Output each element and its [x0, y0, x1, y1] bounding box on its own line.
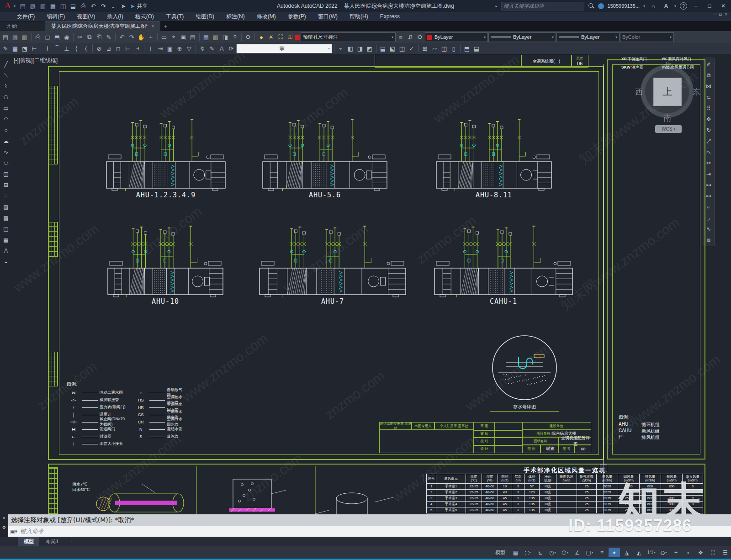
- menu-item-11[interactable]: 帮助(H): [344, 12, 374, 21]
- isodraft-icon[interactable]: ⬡▾: [559, 548, 571, 557]
- crosshair-icon[interactable]: ＋: [670, 548, 682, 557]
- toolbar2-icon-2[interactable]: ⬔: [20, 44, 29, 53]
- viewport-control-label[interactable]: [-][俯视][二维线框]: [14, 57, 58, 64]
- menu-item-5[interactable]: 工具(T): [160, 12, 190, 21]
- search-expand-icon[interactable]: ▸: [496, 4, 498, 8]
- draw-tool-icon-9[interactable]: ⬭: [1, 158, 11, 168]
- toolbar2-right-icon-12[interactable]: ⬒: [462, 44, 471, 53]
- toolbar2-icon-3[interactable]: ⊢: [30, 44, 39, 53]
- toolbar1-icon-15[interactable]: ▭: [159, 32, 169, 42]
- command-input[interactable]: 键入命令: [20, 527, 44, 535]
- draw-tool-icon-7[interactable]: ☁: [1, 136, 11, 146]
- polar-icon[interactable]: ◴▾: [547, 548, 558, 557]
- toolbar1-icon-4[interactable]: ◻: [43, 32, 52, 42]
- ortho-icon[interactable]: ⊾: [535, 548, 546, 557]
- toolbar1-icon-18[interactable]: ▤: [188, 32, 197, 42]
- toolbar2-icon-0[interactable]: ✎: [1, 44, 10, 53]
- toolbar1-icon-14[interactable]: ±: [146, 32, 155, 42]
- layer-tool-icon-0[interactable]: ≡: [396, 32, 405, 42]
- lineweight-dropdown[interactable]: ByLayer▾: [556, 32, 620, 42]
- draw-tool-icon-14[interactable]: ▩: [1, 213, 11, 222]
- qat-dropdown-icon[interactable]: ⌄: [109, 1, 118, 11]
- doc-control-1[interactable]: ⧉: [719, 12, 722, 17]
- toolbar1-icon-13[interactable]: ✋: [137, 32, 146, 42]
- logo-dropdown-icon[interactable]: ▾: [14, 4, 16, 8]
- toolbar2-icon-9[interactable]: ⊘: [95, 44, 104, 53]
- menu-item-3[interactable]: 插入(I): [101, 12, 129, 21]
- wcs-dropdown[interactable]: WCS ▾: [655, 125, 682, 133]
- toolbar1-icon-20[interactable]: ▥: [211, 32, 220, 42]
- toolbar2-icon-16[interactable]: ▣: [165, 44, 175, 53]
- search-input[interactable]: 键入关键字或短语: [501, 2, 584, 11]
- command-close-icon[interactable]: ×: [3, 516, 5, 521]
- layer-tool-icon-1[interactable]: ⇵: [406, 32, 415, 42]
- anno-auto-icon[interactable]: ◭: [633, 548, 645, 557]
- draw-tool-icon-1[interactable]: ⟍: [1, 70, 11, 80]
- user-dropdown-icon[interactable]: ▾: [643, 4, 645, 8]
- close-button[interactable]: ✕: [718, 2, 728, 10]
- menu-item-7[interactable]: 标注(N): [220, 12, 251, 21]
- share-label[interactable]: 共享: [137, 3, 148, 10]
- toolbar1-icon-7[interactable]: ✂: [75, 32, 85, 42]
- dyn-input-icon[interactable]: ⌖: [609, 548, 620, 557]
- draw-tool-icon-18[interactable]: ◒: [1, 257, 11, 266]
- qat-new-icon[interactable]: ▤: [18, 1, 27, 11]
- drawing-canvas[interactable]: znzmo.comwww.znzmo.comznzmo.comwww.znzmo…: [0, 54, 731, 514]
- draw-tool-icon-16[interactable]: ▦: [1, 235, 11, 244]
- draw-tool-icon-6[interactable]: ○: [1, 125, 11, 135]
- layer-state-icon-3[interactable]: ⚿: [286, 32, 295, 42]
- menu-item-0[interactable]: 文件(F): [11, 12, 41, 21]
- toolbar2-icon-13[interactable]: ⫞: [133, 44, 142, 53]
- snap-icon[interactable]: ⸬▾: [522, 548, 534, 557]
- maximize-button[interactable]: □: [705, 2, 715, 10]
- tab-document[interactable]: 某人民医院综合病房大楼洁净空调施工图* ×: [45, 21, 160, 31]
- layer-state-icon-0[interactable]: ●: [257, 32, 266, 42]
- toolbar1-icon-11[interactable]: ↶: [117, 32, 127, 42]
- toolbar1-icon-3[interactable]: ⎙: [33, 32, 42, 42]
- draw-tool-icon-12[interactable]: ∴: [1, 191, 11, 201]
- draw-tool-icon-15[interactable]: ◰: [1, 224, 11, 233]
- toolbar2-right-icon-7[interactable]: ✓: [407, 44, 416, 53]
- draw-tool-icon-2[interactable]: ⌇: [1, 81, 11, 91]
- toolbar2-icon-22[interactable]: ⟳: [227, 44, 236, 53]
- toolbar1-icon-22[interactable]: ?: [230, 32, 239, 42]
- app-store-icon[interactable]: ⌂: [649, 1, 658, 11]
- qat-save-icon[interactable]: ▥: [38, 1, 48, 11]
- toolbar1-icon-8[interactable]: ⧉: [85, 32, 94, 42]
- viewcube-top-face[interactable]: 上: [653, 78, 682, 106]
- qat-print-icon[interactable]: ⎙: [79, 1, 88, 11]
- toolbar2-icon-14[interactable]: Ⅰ: [146, 44, 155, 53]
- toolbar2-icon-20[interactable]: ✎: [207, 44, 217, 53]
- draw-tool-icon-8[interactable]: ∿: [1, 147, 11, 157]
- osnap-icon[interactable]: ▢▾: [584, 548, 595, 557]
- toolbar2-icon-15[interactable]: ⇥: [156, 44, 165, 53]
- toolbar1-icon-19[interactable]: ▦: [201, 32, 211, 42]
- toolbar1-icon-6[interactable]: ◉: [62, 32, 71, 42]
- share-plane-icon[interactable]: ➤: [128, 1, 137, 11]
- command-recent-icon[interactable]: ▣▾: [10, 528, 17, 534]
- dimstyle-dropdown[interactable]: 掌▾: [236, 44, 332, 53]
- tab-new-icon[interactable]: +: [160, 21, 171, 31]
- toolbar2-right-icon-13[interactable]: ⬓: [472, 44, 481, 53]
- toolbar2-right-icon-6[interactable]: ◫: [397, 44, 407, 53]
- search-icon[interactable]: [588, 3, 594, 9]
- toolbar1-icon-0[interactable]: ▤: [1, 32, 10, 42]
- toolbar1-icon-17[interactable]: ▣: [179, 32, 188, 42]
- plotstyle-dropdown[interactable]: ByColor▾: [620, 32, 674, 42]
- toolbar2-icon-21[interactable]: A: [217, 44, 226, 53]
- toolbar2-icon-11[interactable]: ⊓: [114, 44, 123, 53]
- viewcube-south[interactable]: 南: [663, 113, 671, 124]
- layout-tab-布局1[interactable]: 布局1: [40, 537, 64, 546]
- scale-icon[interactable]: 1:1▾: [646, 548, 657, 557]
- menu-item-10[interactable]: 窗口(W): [312, 12, 344, 21]
- viewcube-north[interactable]: 北: [663, 60, 671, 71]
- qat-saveas-icon[interactable]: ▩: [48, 1, 58, 11]
- toolbar2-icon-8[interactable]: ⟨: [81, 44, 90, 53]
- draw-tool-icon-11[interactable]: ⊞: [1, 180, 11, 190]
- help-icon[interactable]: ?: [680, 2, 687, 10]
- toolbar2-right-icon-9[interactable]: ▱: [430, 44, 439, 53]
- lineweight-icon[interactable]: ≡: [596, 548, 608, 557]
- layer-filter-dropdown[interactable]: 预留孔尺寸标注▾: [301, 32, 396, 42]
- layout-tab-new[interactable]: +: [65, 537, 79, 546]
- toolbar2-right-icon-2[interactable]: ◨: [355, 44, 365, 53]
